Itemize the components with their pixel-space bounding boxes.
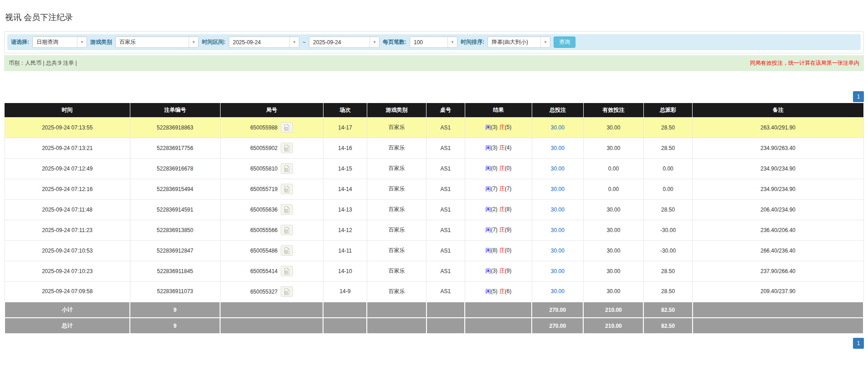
chevron-down-icon[interactable]: ▼ — [77, 37, 87, 47]
total-bet-link[interactable]: 30.00 — [551, 145, 565, 151]
empty-cell — [465, 302, 532, 318]
query-type-label: 请选择: — [11, 38, 29, 46]
subtotal-label: 小计 — [5, 302, 130, 318]
total-bet-link[interactable]: 30.00 — [551, 165, 565, 172]
cell-payout: 0.00 — [643, 179, 692, 199]
total-bet-link[interactable]: 30.00 — [551, 248, 565, 254]
currency-total-text: 币别：人民币 | 总共:9 注单 | — [9, 59, 77, 67]
cell-remark: 206.40/234.90 — [693, 199, 863, 220]
cell-session: 14-11 — [323, 240, 367, 261]
table-row: 2025-09-24 07:12:49 522836916678 6500558… — [5, 158, 863, 179]
result-player-score: (7) — [491, 186, 498, 192]
total-bet-link[interactable]: 30.00 — [551, 288, 565, 295]
cell-remark: 234.90/263.40 — [693, 138, 863, 158]
cell-time: 2025-09-24 07:12:16 — [5, 179, 130, 199]
cell-remark: 237.90/266.40 — [693, 261, 863, 281]
cell-remark: 209.40/237.90 — [693, 281, 863, 302]
video-record-button[interactable] — [281, 204, 293, 215]
cell-payout: 0.00 — [643, 158, 692, 179]
page-button-1[interactable]: 1 — [853, 338, 864, 349]
cell-payout: 28.50 — [643, 138, 692, 158]
page-size-select[interactable]: 100 ▼ — [410, 36, 457, 48]
cell-result: 闲(3)庄(4) — [465, 138, 532, 158]
video-record-button[interactable] — [281, 122, 293, 133]
time-sort-select[interactable]: 降幂(由大到小) ▼ — [488, 36, 550, 48]
grand-total-total-bet: 270.00 — [532, 318, 583, 334]
result-banker-score: (4) — [505, 145, 512, 151]
game-type-value: 百家乐 — [116, 37, 189, 47]
result-banker-label: 庄 — [499, 186, 505, 192]
chevron-down-icon[interactable]: ▼ — [370, 37, 379, 47]
total-bet-link[interactable]: 30.00 — [551, 124, 565, 131]
cell-session: 14-17 — [323, 117, 367, 138]
cell-result: 闲(3)庄(5) — [465, 117, 532, 138]
search-button[interactable]: 查询 — [554, 36, 575, 48]
header-table-no: 桌号 — [426, 103, 465, 117]
total-bet-link[interactable]: 30.00 — [551, 186, 565, 192]
cell-round: 650055636 — [220, 199, 323, 220]
query-type-value: 日期查询 — [33, 37, 77, 47]
cell-remark: 236.40/206.40 — [693, 220, 863, 240]
page-size-label: 每页笔数: — [383, 38, 406, 46]
video-record-button[interactable] — [281, 245, 293, 256]
result-player-score: (8) — [491, 247, 498, 253]
round-number: 650055902 — [250, 145, 277, 151]
result-banker-score: (8) — [505, 206, 512, 212]
cell-game-type: 百家乐 — [367, 220, 426, 240]
cell-payout: 28.50 — [643, 281, 692, 302]
cell-time: 2025-09-24 07:13:21 — [5, 138, 130, 158]
video-record-button[interactable] — [281, 266, 293, 276]
page: 视讯 会员下注纪录 请选择: 日期查询 ▼ 游戏类别 百家乐 ▼ 时间区间: 2… — [0, 12, 868, 349]
header-bet-id: 注单编号 — [130, 103, 220, 117]
chevron-down-icon[interactable]: ▼ — [289, 37, 299, 47]
round-number: 650055414 — [250, 268, 277, 274]
result-banker-label: 庄 — [499, 227, 505, 233]
date-to-select[interactable]: 2025-09-24 ▼ — [309, 36, 380, 48]
total-bet-link[interactable]: 30.00 — [551, 268, 565, 274]
result-banker-score: (0) — [505, 165, 512, 171]
valid-bet-notice: 同局有效投注，统一计算在该局第一张注单内 — [750, 59, 859, 67]
result-banker-label: 庄 — [499, 145, 505, 151]
result-banker-label: 庄 — [499, 247, 505, 253]
game-type-select[interactable]: 百家乐 ▼ — [115, 36, 199, 48]
chevron-down-icon[interactable]: ▼ — [189, 37, 198, 47]
cell-remark: 234.90/234.90 — [693, 179, 863, 199]
result-banker-label: 庄 — [499, 206, 505, 212]
video-record-button[interactable] — [281, 163, 293, 174]
cell-round: 650055902 — [220, 138, 323, 158]
video-record-icon — [283, 124, 290, 131]
video-record-button[interactable] — [281, 286, 293, 297]
empty-cell — [323, 302, 367, 318]
table-row: 2025-09-24 07:13:55 522836918863 6500559… — [5, 117, 863, 138]
cell-valid-bet: 0.00 — [583, 179, 643, 199]
query-type-select[interactable]: 日期查询 ▼ — [32, 36, 87, 48]
cell-table-no: AS1 — [426, 158, 465, 179]
table-header: 时间 注单编号 局号 场次 游戏类别 桌号 结果 总投注 有效投注 总派彩 备注 — [5, 103, 863, 117]
cell-total-bet: 30.00 — [532, 261, 583, 281]
header-round: 局号 — [220, 103, 323, 117]
cell-valid-bet: 30.00 — [583, 261, 643, 281]
cell-result: 闲(7)庄(9) — [465, 220, 532, 240]
date-from-select[interactable]: 2025-09-24 ▼ — [229, 36, 299, 48]
total-bet-link[interactable]: 30.00 — [551, 227, 565, 233]
chevron-down-icon[interactable]: ▼ — [447, 37, 457, 47]
chevron-down-icon[interactable]: ▼ — [540, 37, 550, 47]
cell-game-type: 百家乐 — [367, 199, 426, 220]
video-record-button[interactable] — [281, 143, 293, 153]
round-number: 650055810 — [250, 165, 277, 172]
cell-valid-bet: 30.00 — [583, 220, 643, 240]
total-bet-link[interactable]: 30.00 — [551, 207, 565, 213]
page-size-value: 100 — [410, 37, 447, 47]
cell-table-no: AS1 — [426, 138, 465, 158]
video-record-button[interactable] — [281, 225, 293, 235]
table-row: 2025-09-24 07:10:23 522836911845 6500554… — [5, 261, 863, 281]
header-time: 时间 — [5, 103, 130, 117]
empty-cell — [220, 318, 323, 334]
round-number: 650055566 — [250, 227, 277, 233]
table-row: 2025-09-24 07:12:16 522836915494 6500557… — [5, 179, 863, 199]
video-record-icon — [283, 288, 290, 295]
video-record-button[interactable] — [281, 184, 293, 194]
page-button-1[interactable]: 1 — [853, 91, 864, 102]
cell-total-bet: 30.00 — [532, 138, 583, 158]
cell-round: 650055566 — [220, 220, 323, 240]
